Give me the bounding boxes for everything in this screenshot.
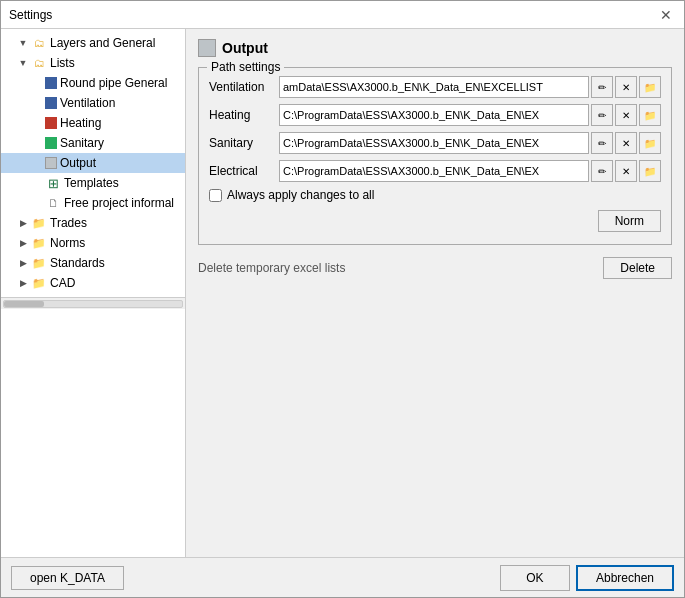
path-label-sanitary: Sanitary	[209, 136, 279, 150]
tree-item-templates[interactable]: ▶ ⊞ Templates	[1, 173, 185, 193]
tree-label-output: Output	[60, 156, 96, 170]
title-bar: Settings ✕	[1, 1, 684, 29]
path-edit-btn-ventilation[interactable]: ✏	[591, 76, 613, 98]
tree-label-sanitary: Sanitary	[60, 136, 104, 150]
tree-item-lists[interactable]: ▼ 🗂 Lists	[1, 53, 185, 73]
horizontal-scrollbar[interactable]	[1, 297, 185, 309]
path-edit-btn-heating[interactable]: ✏	[591, 104, 613, 126]
path-clear-btn-sanitary[interactable]: ✕	[615, 132, 637, 154]
path-clear-btn-ventilation[interactable]: ✕	[615, 76, 637, 98]
path-settings-group: Path settings Ventilation ✏ ✕ 📁 Heating …	[198, 67, 672, 245]
folder-icon-trades: 📁	[31, 216, 47, 230]
norm-button[interactable]: Norm	[598, 210, 661, 232]
arrow-layers: ▼	[17, 37, 29, 49]
tree-label-heating: Heating	[60, 116, 101, 130]
path-input-heating[interactable]	[279, 104, 589, 126]
tree-panel: ▼ 🗂 Layers and General ▼ 🗂 Lists ▶ Round…	[1, 29, 186, 557]
path-clear-btn-heating[interactable]: ✕	[615, 104, 637, 126]
open-k-data-button[interactable]: open K_DATA	[11, 566, 124, 590]
tree-label-layers: Layers and General	[50, 36, 155, 50]
scroll-track	[3, 300, 183, 308]
tree-label-trades: Trades	[50, 216, 87, 230]
tree-label-cad: CAD	[50, 276, 75, 290]
path-label-ventilation: Ventilation	[209, 80, 279, 94]
tree-item-heating[interactable]: ▶ Heating	[1, 113, 185, 133]
tree-label-norms: Norms	[50, 236, 85, 250]
checkbox-row: Always apply changes to all	[209, 188, 661, 202]
folder-icon-norms: 📁	[31, 236, 47, 250]
doc-icon-free-project: 🗋	[45, 196, 61, 210]
path-input-sanitary[interactable]	[279, 132, 589, 154]
arrow-cad: ▶	[17, 277, 29, 289]
arrow-standards: ▶	[17, 257, 29, 269]
path-row-sanitary: Sanitary ✏ ✕ 📁	[209, 132, 661, 154]
folder-icon-lists: 🗂	[31, 56, 47, 70]
norm-btn-row: Norm	[209, 210, 661, 232]
delete-button[interactable]: Delete	[603, 257, 672, 279]
path-label-heating: Heating	[209, 108, 279, 122]
close-button[interactable]: ✕	[656, 8, 676, 22]
path-clear-btn-electrical[interactable]: ✕	[615, 160, 637, 182]
delete-label: Delete temporary excel lists	[198, 261, 345, 275]
path-input-electrical[interactable]	[279, 160, 589, 182]
color-icon-ventilation	[45, 97, 57, 109]
bottom-left-actions: open K_DATA	[11, 566, 124, 590]
folder-icon-standards: 📁	[31, 256, 47, 270]
path-row-ventilation: Ventilation ✏ ✕ 📁	[209, 76, 661, 98]
ok-button[interactable]: OK	[500, 565, 570, 591]
path-row-electrical: Electrical ✏ ✕ 📁	[209, 160, 661, 182]
panel-title-row: Output	[198, 39, 672, 57]
arrow-trades: ▶	[17, 217, 29, 229]
excel-icon-templates: ⊞	[45, 176, 61, 190]
tree-label-ventilation: Ventilation	[60, 96, 115, 110]
color-icon-round-pipe	[45, 77, 57, 89]
tree-item-sanitary[interactable]: ▶ Sanitary	[1, 133, 185, 153]
tree-label-free-project: Free project informal	[64, 196, 174, 210]
path-settings-legend: Path settings	[207, 60, 284, 74]
bottom-right-actions: OK Abbrechen	[500, 565, 674, 591]
path-edit-btn-electrical[interactable]: ✏	[591, 160, 613, 182]
tree-item-round-pipe[interactable]: ▶ Round pipe General	[1, 73, 185, 93]
folder-icon-cad: 📁	[31, 276, 47, 290]
tree-item-ventilation[interactable]: ▶ Ventilation	[1, 93, 185, 113]
tree-item-layers-general[interactable]: ▼ 🗂 Layers and General	[1, 33, 185, 53]
cancel-button[interactable]: Abbrechen	[576, 565, 674, 591]
path-edit-btn-sanitary[interactable]: ✏	[591, 132, 613, 154]
tree-item-free-project[interactable]: ▶ 🗋 Free project informal	[1, 193, 185, 213]
path-input-ventilation[interactable]	[279, 76, 589, 98]
color-icon-heating	[45, 117, 57, 129]
apply-all-checkbox[interactable]	[209, 189, 222, 202]
path-browse-btn-heating[interactable]: 📁	[639, 104, 661, 126]
tree-label-templates: Templates	[64, 176, 119, 190]
path-row-heating: Heating ✏ ✕ 📁	[209, 104, 661, 126]
path-browse-btn-sanitary[interactable]: 📁	[639, 132, 661, 154]
tree-label-standards: Standards	[50, 256, 105, 270]
path-label-electrical: Electrical	[209, 164, 279, 178]
path-browse-btn-ventilation[interactable]: 📁	[639, 76, 661, 98]
color-icon-output	[45, 157, 57, 169]
panel-title-text: Output	[222, 40, 268, 56]
tree-item-output[interactable]: ▶ Output	[1, 153, 185, 173]
folder-icon-layers: 🗂	[31, 36, 47, 50]
bottom-bar: open K_DATA OK Abbrechen	[1, 557, 684, 597]
window-title: Settings	[9, 8, 52, 22]
tree-item-cad[interactable]: ▶ 📁 CAD	[1, 273, 185, 293]
tree-item-standards[interactable]: ▶ 📁 Standards	[1, 253, 185, 273]
tree-label-round-pipe: Round pipe General	[60, 76, 167, 90]
arrow-norms: ▶	[17, 237, 29, 249]
path-browse-btn-electrical[interactable]: 📁	[639, 160, 661, 182]
color-icon-sanitary	[45, 137, 57, 149]
settings-window: Settings ✕ ▼ 🗂 Layers and General ▼ 🗂 Li…	[0, 0, 685, 598]
scroll-thumb	[4, 301, 44, 307]
delete-row: Delete temporary excel lists Delete	[198, 257, 672, 279]
checkbox-label: Always apply changes to all	[227, 188, 374, 202]
right-panel: Output Path settings Ventilation ✏ ✕ 📁 H…	[186, 29, 684, 557]
main-content: ▼ 🗂 Layers and General ▼ 🗂 Lists ▶ Round…	[1, 29, 684, 557]
tree-label-lists: Lists	[50, 56, 75, 70]
tree-item-trades[interactable]: ▶ 📁 Trades	[1, 213, 185, 233]
tree-item-norms[interactable]: ▶ 📁 Norms	[1, 233, 185, 253]
output-title-icon	[198, 39, 216, 57]
arrow-lists: ▼	[17, 57, 29, 69]
